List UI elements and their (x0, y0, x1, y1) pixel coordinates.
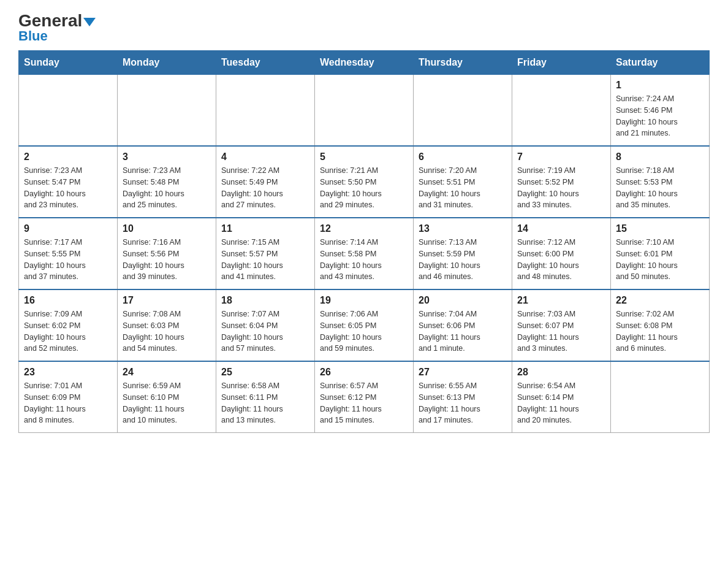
day-number: 22 (616, 295, 704, 306)
day-number: 8 (616, 151, 704, 163)
day-number: 13 (419, 223, 507, 234)
calendar-cell: 9Sunrise: 7:17 AM Sunset: 5:55 PM Daylig… (19, 218, 118, 289)
day-info: Sunrise: 7:08 AM Sunset: 6:03 PM Dayligh… (123, 308, 211, 354)
day-number: 3 (123, 151, 211, 163)
weekday-header-monday: Monday (118, 51, 216, 75)
day-number: 16 (24, 295, 112, 306)
day-info: Sunrise: 6:55 AM Sunset: 6:13 PM Dayligh… (419, 380, 507, 426)
day-number: 12 (320, 223, 408, 234)
calendar-week-3: 9Sunrise: 7:17 AM Sunset: 5:55 PM Daylig… (19, 218, 710, 289)
day-number: 10 (123, 223, 211, 234)
day-number: 15 (616, 223, 704, 234)
calendar-cell: 22Sunrise: 7:02 AM Sunset: 6:08 PM Dayli… (611, 289, 710, 361)
day-number: 28 (517, 367, 605, 378)
weekday-header-tuesday: Tuesday (216, 51, 315, 75)
calendar-cell: 11Sunrise: 7:15 AM Sunset: 5:57 PM Dayli… (216, 218, 315, 289)
calendar-cell: 14Sunrise: 7:12 AM Sunset: 6:00 PM Dayli… (512, 218, 611, 289)
calendar-table: SundayMondayTuesdayWednesdayThursdayFrid… (18, 50, 710, 433)
calendar-cell: 3Sunrise: 7:23 AM Sunset: 5:48 PM Daylig… (118, 146, 216, 218)
logo-text: General (18, 12, 96, 29)
calendar-cell: 2Sunrise: 7:23 AM Sunset: 5:47 PM Daylig… (19, 146, 118, 218)
calendar-cell: 17Sunrise: 7:08 AM Sunset: 6:03 PM Dayli… (118, 289, 216, 361)
day-info: Sunrise: 7:23 AM Sunset: 5:47 PM Dayligh… (24, 165, 112, 211)
logo-sub: Blue (18, 28, 48, 44)
calendar-cell: 10Sunrise: 7:16 AM Sunset: 5:56 PM Dayli… (118, 218, 216, 289)
day-number: 25 (221, 367, 309, 378)
calendar-cell: 25Sunrise: 6:58 AM Sunset: 6:11 PM Dayli… (216, 361, 315, 433)
day-info: Sunrise: 7:17 AM Sunset: 5:55 PM Dayligh… (24, 237, 112, 283)
day-number: 4 (221, 151, 309, 163)
day-number: 17 (123, 295, 211, 306)
day-info: Sunrise: 6:57 AM Sunset: 6:12 PM Dayligh… (320, 380, 408, 426)
day-info: Sunrise: 7:13 AM Sunset: 5:59 PM Dayligh… (419, 237, 507, 283)
calendar-cell (19, 75, 118, 147)
calendar-cell: 20Sunrise: 7:04 AM Sunset: 6:06 PM Dayli… (414, 289, 512, 361)
calendar-cell: 27Sunrise: 6:55 AM Sunset: 6:13 PM Dayli… (414, 361, 512, 433)
logo: General Blue (18, 12, 96, 44)
day-info: Sunrise: 7:16 AM Sunset: 5:56 PM Dayligh… (123, 237, 211, 283)
calendar-cell: 7Sunrise: 7:19 AM Sunset: 5:52 PM Daylig… (512, 146, 611, 218)
day-info: Sunrise: 6:59 AM Sunset: 6:10 PM Dayligh… (123, 380, 211, 426)
day-number: 27 (419, 367, 507, 378)
day-info: Sunrise: 7:04 AM Sunset: 6:06 PM Dayligh… (419, 308, 507, 354)
calendar-cell: 28Sunrise: 6:54 AM Sunset: 6:14 PM Dayli… (512, 361, 611, 433)
day-info: Sunrise: 7:06 AM Sunset: 6:05 PM Dayligh… (320, 308, 408, 354)
calendar-cell (216, 75, 315, 147)
calendar-cell: 13Sunrise: 7:13 AM Sunset: 5:59 PM Dayli… (414, 218, 512, 289)
calendar-week-2: 2Sunrise: 7:23 AM Sunset: 5:47 PM Daylig… (19, 146, 710, 218)
day-info: Sunrise: 7:21 AM Sunset: 5:50 PM Dayligh… (320, 165, 408, 211)
day-info: Sunrise: 7:10 AM Sunset: 6:01 PM Dayligh… (616, 237, 704, 283)
day-number: 2 (24, 151, 112, 163)
day-info: Sunrise: 6:58 AM Sunset: 6:11 PM Dayligh… (221, 380, 309, 426)
calendar-cell: 8Sunrise: 7:18 AM Sunset: 5:53 PM Daylig… (611, 146, 710, 218)
day-info: Sunrise: 7:15 AM Sunset: 5:57 PM Dayligh… (221, 237, 309, 283)
calendar-cell: 21Sunrise: 7:03 AM Sunset: 6:07 PM Dayli… (512, 289, 611, 361)
calendar-cell: 24Sunrise: 6:59 AM Sunset: 6:10 PM Dayli… (118, 361, 216, 433)
page-header: General Blue (18, 12, 710, 44)
calendar-cell: 23Sunrise: 7:01 AM Sunset: 6:09 PM Dayli… (19, 361, 118, 433)
day-info: Sunrise: 7:18 AM Sunset: 5:53 PM Dayligh… (616, 165, 704, 211)
calendar-cell: 19Sunrise: 7:06 AM Sunset: 6:05 PM Dayli… (315, 289, 414, 361)
day-info: Sunrise: 7:03 AM Sunset: 6:07 PM Dayligh… (517, 308, 605, 354)
calendar-week-1: 1Sunrise: 7:24 AM Sunset: 5:46 PM Daylig… (19, 75, 710, 147)
day-info: Sunrise: 7:09 AM Sunset: 6:02 PM Dayligh… (24, 308, 112, 354)
weekday-header-thursday: Thursday (414, 51, 512, 75)
day-number: 7 (517, 151, 605, 163)
calendar-cell: 26Sunrise: 6:57 AM Sunset: 6:12 PM Dayli… (315, 361, 414, 433)
day-number: 21 (517, 295, 605, 306)
calendar-cell (315, 75, 414, 147)
day-number: 11 (221, 223, 309, 234)
calendar-cell: 6Sunrise: 7:20 AM Sunset: 5:51 PM Daylig… (414, 146, 512, 218)
calendar-cell: 5Sunrise: 7:21 AM Sunset: 5:50 PM Daylig… (315, 146, 414, 218)
day-info: Sunrise: 7:24 AM Sunset: 5:46 PM Dayligh… (616, 93, 704, 139)
calendar-cell: 18Sunrise: 7:07 AM Sunset: 6:04 PM Dayli… (216, 289, 315, 361)
calendar-cell: 1Sunrise: 7:24 AM Sunset: 5:46 PM Daylig… (611, 75, 710, 147)
day-info: Sunrise: 7:22 AM Sunset: 5:49 PM Dayligh… (221, 165, 309, 211)
calendar-cell: 16Sunrise: 7:09 AM Sunset: 6:02 PM Dayli… (19, 289, 118, 361)
day-info: Sunrise: 7:19 AM Sunset: 5:52 PM Dayligh… (517, 165, 605, 211)
calendar-week-5: 23Sunrise: 7:01 AM Sunset: 6:09 PM Dayli… (19, 361, 710, 433)
weekday-header-sunday: Sunday (19, 51, 118, 75)
calendar-cell: 12Sunrise: 7:14 AM Sunset: 5:58 PM Dayli… (315, 218, 414, 289)
day-info: Sunrise: 7:20 AM Sunset: 5:51 PM Dayligh… (419, 165, 507, 211)
calendar-cell (512, 75, 611, 147)
calendar-cell: 15Sunrise: 7:10 AM Sunset: 6:01 PM Dayli… (611, 218, 710, 289)
day-number: 5 (320, 151, 408, 163)
calendar-cell (118, 75, 216, 147)
day-info: Sunrise: 7:02 AM Sunset: 6:08 PM Dayligh… (616, 308, 704, 354)
weekday-header-saturday: Saturday (611, 51, 710, 75)
day-info: Sunrise: 7:14 AM Sunset: 5:58 PM Dayligh… (320, 237, 408, 283)
day-number: 26 (320, 367, 408, 378)
day-info: Sunrise: 7:01 AM Sunset: 6:09 PM Dayligh… (24, 380, 112, 426)
day-number: 19 (320, 295, 408, 306)
day-info: Sunrise: 7:12 AM Sunset: 6:00 PM Dayligh… (517, 237, 605, 283)
day-info: Sunrise: 7:07 AM Sunset: 6:04 PM Dayligh… (221, 308, 309, 354)
day-info: Sunrise: 6:54 AM Sunset: 6:14 PM Dayligh… (517, 380, 605, 426)
day-number: 1 (616, 80, 704, 91)
day-info: Sunrise: 7:23 AM Sunset: 5:48 PM Dayligh… (123, 165, 211, 211)
day-number: 18 (221, 295, 309, 306)
weekday-header-wednesday: Wednesday (315, 51, 414, 75)
day-number: 14 (517, 223, 605, 234)
weekday-header-row: SundayMondayTuesdayWednesdayThursdayFrid… (19, 51, 710, 75)
day-number: 23 (24, 367, 112, 378)
